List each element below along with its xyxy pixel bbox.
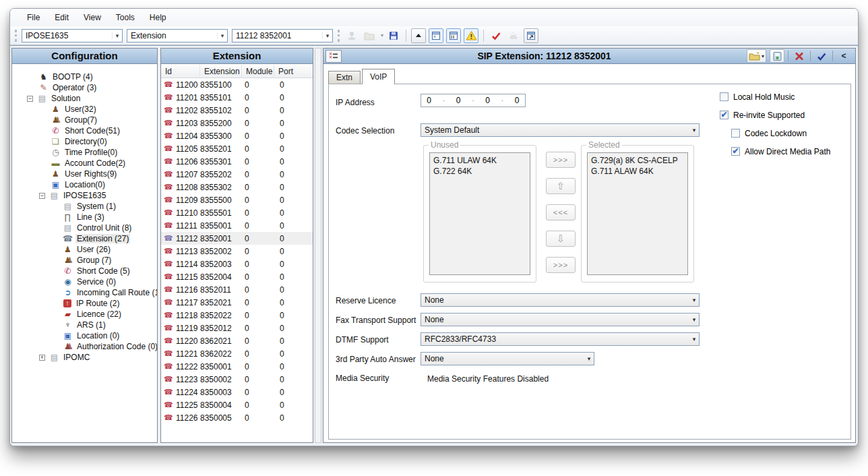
extension-row-11223[interactable]: ☎11223835000200 [161,373,313,386]
extension-row-11218[interactable]: ☎11218835202200 [161,309,313,322]
ip-octet[interactable]: 0 [485,96,490,105]
tree-item-service-0[interactable]: ◉Service (0) [12,276,157,287]
extension-row-11221[interactable]: ☎11221836202200 [161,347,313,360]
extension-row-11203[interactable]: ☎11203835520000 [161,117,313,129]
codec-selection-combo[interactable]: System Default▾ [421,123,700,137]
export-button[interactable] [770,49,784,63]
extension-row-11220[interactable]: ☎11220836202100 [161,334,313,347]
show-error-pane-icon[interactable] [464,28,478,43]
tree-item-user-32[interactable]: ♟User(32) [12,104,157,115]
checkbox-local-hold-music[interactable] [720,92,728,101]
column-header-id[interactable]: Id [161,65,200,78]
column-header-extension[interactable]: Extension [200,65,242,78]
validate-ok-button[interactable] [814,49,829,63]
checkbox-re-invite-supported[interactable]: ✔ [720,111,728,119]
extension-row-11210[interactable]: ☎11210835550100 [161,206,313,219]
extension-row-11205[interactable]: ☎11205835520100 [161,142,313,155]
tree-item-account-code-2[interactable]: ▬Account Code(2) [12,158,157,169]
extension-row-11211[interactable]: ☎11211835500100 [161,219,313,232]
extension-row-11212[interactable]: ☎11212835200100 [161,232,313,245]
tree-expander-icon[interactable]: + [39,355,45,361]
tree-item-directory-0[interactable]: ❏Directory(0) [12,136,157,147]
open-file-icon[interactable] [362,28,377,43]
fax-transport-combo[interactable]: None▾ [421,313,700,326]
column-header-module[interactable]: Module [242,65,274,78]
tree-item-ipomc[interactable]: +▤IPOMC [12,352,157,363]
show-group-pane-icon[interactable]: + [429,28,443,43]
unused-codecs-list[interactable]: G.711 ULAW 64KG.722 64K [429,152,530,275]
send-config-icon[interactable] [344,28,359,43]
codec-item[interactable]: G.711 ALAW 64K [591,166,684,177]
extension-row-11215[interactable]: ☎11215835200400 [161,270,313,283]
move-up-button[interactable]: ⇧ [546,178,576,194]
extension-row-11225[interactable]: ☎11225835000400 [161,398,313,411]
scrollbar-track[interactable] [315,48,321,443]
extension-row-11201[interactable]: ☎11201835510100 [161,91,313,104]
new-entry-button[interactable]: ▾ [747,49,766,63]
extension-row-11217[interactable]: ☎11217835202100 [161,296,313,309]
title-icon-button[interactable] [326,50,342,63]
extension-row-11200[interactable]: ☎11200835510000 [161,78,313,91]
extension-row-11226[interactable]: ☎11226835000500 [161,411,313,424]
tree-item-short-code-51[interactable]: ✆Short Code(51) [12,125,157,136]
checkbox-codec-lockdown[interactable] [731,129,740,138]
checkbox-allow-direct-media-path[interactable]: ✔ [731,147,740,156]
tree-item-incoming-call-route-15[interactable]: ➲Incoming Call Route (15) [12,287,157,298]
tree-item-location-0[interactable]: ▣Location (0) [12,330,157,341]
menu-item-help[interactable]: Help [142,10,174,25]
column-header-port[interactable]: Port [274,65,313,78]
tree-item-ip-route-2[interactable]: ↑IP Route (2) [12,298,157,309]
tree-item-group-7[interactable]: ♟Group (7) [12,255,157,266]
extension-row-11214[interactable]: ☎11214835200300 [161,258,313,270]
extension-row-11219[interactable]: ☎11219835201200 [161,322,313,334]
menu-item-edit[interactable]: Edit [47,10,76,25]
tree-item-control-unit-8[interactable]: ▤Control Unit (8) [12,222,157,233]
system-combo[interactable]: IPOSE1635▾ [22,29,123,42]
ip-octet[interactable]: 0 [456,96,461,105]
tree-expander-icon[interactable]: − [27,96,33,102]
entity-combo[interactable]: 11212 8352001▾ [232,29,333,42]
reserve-licence-combo[interactable]: None▾ [421,293,700,307]
help-window-icon[interactable] [524,28,538,43]
tree-item-operator-3[interactable]: ✎Operator (3) [12,82,157,93]
menu-item-view[interactable]: View [76,10,108,25]
tree-item-ipose1635[interactable]: −▤IPOSE1635 [12,190,157,201]
extension-row-11204[interactable]: ☎11204835530000 [161,129,313,142]
menu-item-file[interactable]: File [20,10,47,25]
codec-item[interactable]: G.722 64K [433,166,526,177]
tree-item-bootp-4[interactable]: ♞BOOTP (4) [12,71,157,82]
extension-row-11216[interactable]: ☎11216835201100 [161,283,313,296]
delete-button[interactable] [792,49,807,63]
move-right-top-button[interactable]: >>> [546,152,576,168]
show-details-pane-icon[interactable] [446,28,461,43]
tree-item-ars-1[interactable]: ♆ARS (1) [12,320,157,330]
entity-type-combo[interactable]: Extension▾ [127,29,228,42]
extension-row-11224[interactable]: ☎11224835000300 [161,386,313,398]
extension-row-11207[interactable]: ☎11207835520200 [161,168,313,181]
offline-icon[interactable] [506,28,521,43]
auto-answer-combo[interactable]: None▾ [421,352,594,365]
collapse-panel-button[interactable]: < [836,49,851,63]
extension-row-11208[interactable]: ☎11208835530200 [161,181,313,194]
tree-item-authorization-code-0[interactable]: ♟Authorization Code (0) [12,341,157,352]
extension-row-11213[interactable]: ☎11213835200200 [161,245,313,258]
move-right-bottom-button[interactable]: >>> [546,257,576,273]
tree-item-short-code-5[interactable]: ✆Short Code (5) [12,266,157,276]
tab-extn[interactable]: Extn [328,71,361,84]
validate-icon[interactable] [489,28,503,43]
tree-item-user-26[interactable]: ♟User (26) [12,244,157,255]
extension-row-11222[interactable]: ☎11222835000100 [161,360,313,373]
tree-item-licence-22[interactable]: ▰Licence (22) [12,309,157,320]
selected-codecs-list[interactable]: G.729(a) 8K CS-ACELPG.711 ALAW 64K [587,152,688,275]
tree-expander-icon[interactable]: − [39,193,45,199]
codec-item[interactable]: G.729(a) 8K CS-ACELP [591,155,684,166]
tree-item-location-0[interactable]: ▣Location(0) [12,179,157,190]
menu-item-tools[interactable]: Tools [108,10,142,25]
move-down-button[interactable]: ⇩ [546,231,576,247]
move-left-button[interactable]: <<< [546,204,576,220]
tree-item-time-profile-0[interactable]: ◷Time Profile(0) [12,147,157,158]
tree-item-solution[interactable]: −▤Solution [12,93,157,104]
tree-item-extension-27[interactable]: ☎Extension (27) [12,233,157,244]
collapse-all-icon[interactable] [411,28,426,43]
ip-octet[interactable]: 0 [515,96,520,105]
